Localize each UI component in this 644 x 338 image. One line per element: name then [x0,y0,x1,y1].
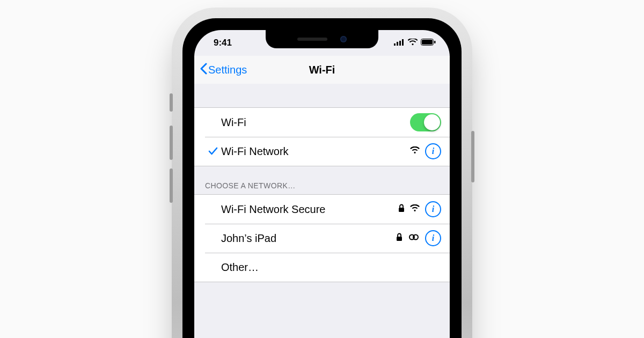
other-label: Other… [221,261,441,274]
group-spacer [194,84,450,107]
wifi-main-group: Wi-Fi Wi-Fi Network [194,107,450,166]
network-row[interactable]: John’s iPad i [194,224,450,253]
info-button[interactable]: i [425,201,441,217]
notch [266,30,378,48]
settings-content[interactable]: Wi-Fi Wi-Fi Network [194,84,450,338]
wifi-toggle-label: Wi-Fi [221,116,410,129]
svg-rect-0 [394,43,396,46]
power-button [471,131,474,182]
screen: 9:41 [194,30,450,338]
volume-down-button [170,168,173,203]
connected-network-name: Wi-Fi Network [221,145,410,158]
connected-network-row[interactable]: Wi-Fi Network i [194,137,450,166]
front-camera [340,36,347,42]
wifi-status-icon [408,39,418,46]
wifi-signal-icon [410,146,420,156]
svg-rect-2 [399,41,401,46]
cellular-signal-icon [394,39,405,46]
volume-up-button [170,126,173,160]
available-networks-group: Wi-Fi Network Secure i [194,194,450,282]
back-button[interactable]: Settings [200,63,247,77]
navigation-bar: Settings Wi-Fi [194,56,450,84]
phone-frame: 9:41 [177,13,467,338]
other-network-row[interactable]: Other… [194,253,450,282]
status-time: 9:41 [214,38,232,48]
network-name: John’s iPad [221,232,396,245]
svg-rect-3 [402,39,404,46]
lock-icon [396,233,402,244]
info-button[interactable]: i [425,143,441,159]
wifi-toggle-row[interactable]: Wi-Fi [194,108,450,137]
network-name: Wi-Fi Network Secure [221,203,398,216]
choose-network-header: CHOOSE A NETWORK… [194,166,450,194]
network-row[interactable]: Wi-Fi Network Secure i [194,195,450,224]
back-label: Settings [208,64,247,76]
hotspot-icon [408,233,420,243]
speaker-grille [297,38,327,41]
mute-switch [170,93,173,112]
svg-rect-6 [434,41,436,43]
info-button[interactable]: i [425,230,441,246]
lock-icon [398,204,405,215]
svg-rect-5 [422,40,433,45]
svg-rect-1 [397,42,398,46]
battery-icon [421,39,436,46]
wifi-toggle[interactable] [410,113,441,131]
wifi-signal-icon [410,204,420,214]
chevron-left-icon [200,63,208,77]
svg-rect-7 [399,208,404,212]
svg-rect-8 [397,237,402,241]
checkmark-icon [205,147,221,156]
